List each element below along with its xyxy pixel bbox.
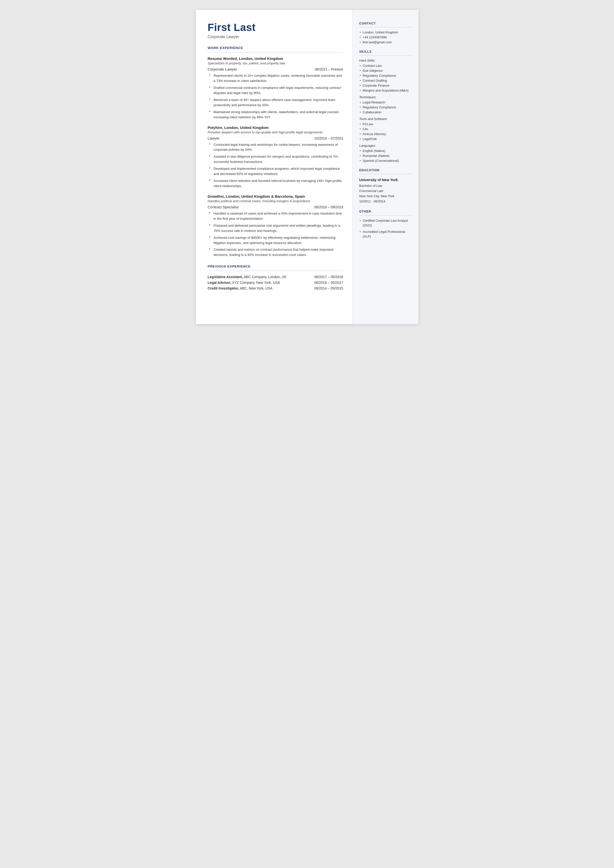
language-1: English (Native) — [359, 149, 412, 153]
education-divider — [359, 174, 412, 174]
contact-item-2: +44 1234567890 — [359, 36, 412, 39]
employer-block-3: Growthsi, London, United Kingdom & Barce… — [208, 194, 343, 258]
technique-3: Collaboration — [359, 110, 412, 114]
language-3: Spanish (Conversational) — [359, 159, 412, 163]
job-dates-2: 10/2019 – 07/2021 — [314, 136, 343, 140]
hard-skill-1: Contract Law — [359, 64, 412, 68]
skills-heading: SKILLS — [359, 50, 412, 53]
job-role-3: Contract Specialist — [208, 205, 239, 209]
technique-1: Legal Research — [359, 101, 412, 104]
tool-2: Clio — [359, 127, 412, 131]
hard-skills-subheader: Hard Skills: — [359, 59, 412, 62]
hard-skill-5: Corporate Finance — [359, 84, 412, 87]
employer-block-2: Polyhire, London, United Kingdom Provide… — [208, 126, 343, 189]
prev-exp-dates-3: 09/2014 – 05/2015 — [314, 286, 343, 290]
bullet-1-2: Drafted commercial contracts in complian… — [209, 85, 343, 96]
tool-1: PCLaw — [359, 122, 412, 126]
employer-bold-2: Polyhire, — [208, 126, 223, 130]
other-list: Certified Corporate Law Analyst (2022) A… — [359, 219, 412, 239]
tool-4: LegalTrek — [359, 137, 412, 141]
bullet-2-3: Developed and implemented compliance pro… — [209, 166, 343, 177]
technique-2: Regulatory Compliance — [359, 106, 412, 109]
candidate-title: Corporate Lawyer — [208, 35, 343, 39]
resume-page: First Last Corporate Lawyer WORK EXPERIE… — [196, 10, 419, 324]
prev-exp-dates-2: 06/2016 – 05/2017 — [314, 281, 343, 284]
contact-heading: CONTACT — [359, 22, 412, 25]
job-dates-1: 08/2021 – Present — [315, 67, 343, 71]
tools-list: PCLaw Clio Amicus Attorney LegalTrek — [359, 122, 412, 141]
job-role-1: Corporate Lawyer — [208, 67, 237, 71]
employer-name-2: Polyhire, London, United Kingdom — [208, 126, 343, 130]
employer-name-3: Growthsi, London, United Kingdom & Barce… — [208, 194, 343, 199]
techniques-list: Legal Research Regulatory Compliance Col… — [359, 101, 412, 114]
techniques-subheader: Techniques: — [359, 95, 412, 99]
employer-block-1: Resume Worded, London, United Kingdom Sp… — [208, 56, 343, 120]
bullet-list-2: Conducted legal training and workshops f… — [208, 142, 343, 189]
employer-rest-3: London, United Kingdom & Barcelona, Spai… — [225, 194, 305, 199]
prev-exp-row-2: Legal Advisor, XYZ Company, New York, US… — [208, 281, 343, 284]
hard-skill-4: Contract Drafting — [359, 79, 412, 82]
left-column: First Last Corporate Lawyer WORK EXPERIE… — [196, 10, 352, 324]
employer-rest-2: London, United Kingdom — [223, 126, 268, 130]
contact-item-1: London, United Kingdom — [359, 30, 412, 34]
prev-exp-role-3: Credit Investigator, ABC, New York, USA — [208, 286, 273, 290]
candidate-name: First Last — [208, 22, 343, 33]
job-role-2: Lawyer — [208, 136, 220, 140]
prev-exp-row-3: Credit Investigator, ABC, New York, USA … — [208, 286, 343, 290]
job-row-3: Contract Specialist 06/2018 – 09/2019 — [208, 205, 343, 209]
job-row-1: Corporate Lawyer 08/2021 – Present — [208, 67, 343, 71]
job-row-2: Lawyer 10/2019 – 07/2021 — [208, 136, 343, 140]
prev-exp-row-1: Legislative Assistant, ABC Company, Lond… — [208, 275, 343, 279]
work-experience-divider — [208, 52, 343, 53]
tool-3: Amicus Attorney — [359, 132, 412, 136]
bullet-2-4: Increased client retention and boosted r… — [209, 179, 343, 189]
bullet-3-4: Created reports and metrics on contract … — [209, 247, 343, 258]
edu-degree: Bachelor of Law — [359, 183, 412, 189]
bullet-3-1: Handled a caseload of cases and achieved… — [209, 211, 343, 222]
other-item-2: Accredited Legal Professional (ALP) — [359, 230, 412, 239]
bullet-1-3: Mentored a team of 40+ lawyers about eff… — [209, 98, 343, 108]
work-experience-heading: WORK EXPERIENCE — [208, 46, 343, 50]
contact-divider — [359, 27, 412, 28]
other-item-1: Certified Corporate Law Analyst (2022) — [359, 219, 412, 228]
prev-exp-role-1: Legislative Assistant, ABC Company, Lond… — [208, 275, 287, 279]
employer-tagline-3: Handles political and criminal cases, in… — [208, 199, 343, 203]
hard-skill-3: Regulatory Compliance — [359, 74, 412, 78]
bullet-list-3: Handled a caseload of cases and achieved… — [208, 211, 343, 258]
right-column: CONTACT London, United Kingdom +44 12345… — [352, 10, 419, 324]
education-heading: EDUCATION — [359, 169, 412, 172]
bullet-3-2: Prepared and delivered persuasive oral a… — [209, 223, 343, 234]
employer-rest-1: London, United Kingdom — [238, 56, 283, 61]
other-heading: OTHER — [359, 210, 412, 213]
bullet-2-1: Conducted legal training and workshops f… — [209, 142, 343, 153]
edu-dates: 10/2011 - 06/2014 — [359, 199, 412, 204]
contact-item-3: first.last@gmail.com — [359, 40, 412, 44]
prev-exp-role-2: Legal Advisor, XYZ Company, New York, US… — [208, 281, 280, 284]
bullet-1-1: Represented clients in 20+ complex litig… — [209, 73, 343, 84]
languages-subheader: Languages: — [359, 144, 412, 148]
hard-skills-list: Contract Law Due Diligence Regulatory Co… — [359, 64, 412, 92]
name-section: First Last Corporate Lawyer — [208, 22, 343, 39]
prev-exp-dates-1: 06/2017 – 05/2018 — [314, 275, 343, 279]
employer-tagline-2: Provides lawyers with access to top-qual… — [208, 130, 343, 134]
employer-bold-3: Growthsi, — [208, 194, 225, 199]
employer-bold-1: Resume Worded, — [208, 56, 238, 61]
contact-list: London, United Kingdom +44 1234567890 fi… — [359, 30, 412, 44]
bullet-list-1: Represented clients in 20+ complex litig… — [208, 73, 343, 120]
tools-subheader: Tools and Software: — [359, 117, 412, 121]
bullet-3-3: Achieved cost savings of $9500+ by effec… — [209, 235, 343, 246]
other-divider — [359, 215, 412, 216]
employer-name-1: Resume Worded, London, United Kingdom — [208, 56, 343, 61]
education-block: University of New York Bachelor of Law C… — [359, 177, 412, 204]
job-dates-3: 06/2018 – 09/2019 — [314, 205, 343, 209]
languages-list: English (Native) Romanian (Native) Spani… — [359, 149, 412, 163]
hard-skill-6: Mergers and Acquisitions (M&A) — [359, 89, 412, 92]
bullet-2-2: Assisted in due diligence processes for … — [209, 154, 343, 165]
hard-skill-2: Due Diligence — [359, 69, 412, 73]
prev-experience-heading: PREVIOUS EXPERIENCE — [208, 264, 343, 268]
employer-tagline-1: Specializes in property, tax, patent, an… — [208, 61, 343, 65]
edu-location: New York City, New York — [359, 194, 412, 199]
edu-school: University of New York — [359, 177, 412, 183]
language-2: Romanian (Native) — [359, 154, 412, 158]
bullet-1-4: Maintained strong relationships with cli… — [209, 110, 343, 120]
